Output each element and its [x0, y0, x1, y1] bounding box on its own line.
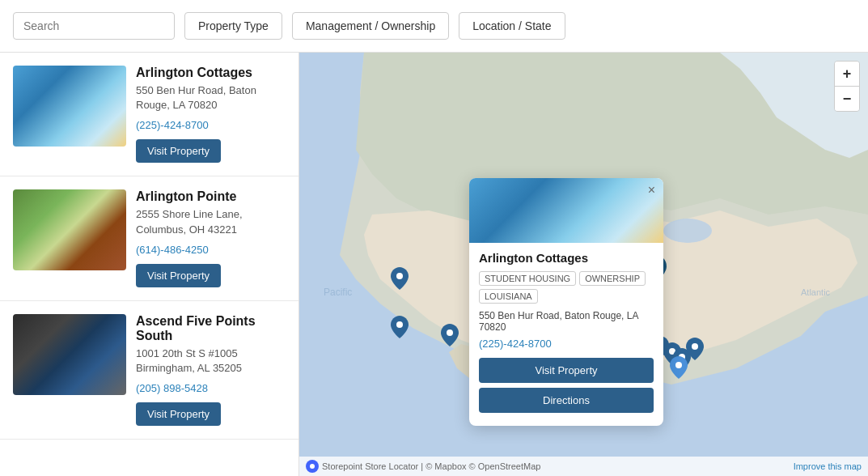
mapbox-logo: Storepoint Store Locator | © Mapbox © Op… — [306, 460, 540, 473]
popup-title: Arlington Cottages — [479, 251, 654, 265]
improve-map-link[interactable]: Improve this map — [794, 461, 862, 471]
property-thumbnail — [13, 66, 126, 147]
map-pin[interactable] — [391, 316, 409, 338]
popup-visit-property-button[interactable]: Visit Property — [479, 358, 654, 383]
property-type-filter[interactable]: Property Type — [184, 12, 282, 40]
popup-tags: STUDENT HOUSING OWNERSHIP LOUISIANA — [479, 271, 654, 304]
zoom-in-button[interactable]: + — [835, 62, 859, 86]
attribution-text: Storepoint Store Locator | © Mapbox © Op… — [322, 461, 540, 471]
visit-property-button[interactable]: Visit Property — [136, 139, 221, 163]
list-item: Ascend Five Points South 1001 20th St S … — [0, 301, 299, 440]
property-phone[interactable]: (614)-486-4250 — [136, 244, 286, 256]
tag-student-housing: STUDENT HOUSING — [479, 271, 576, 286]
property-details: Arlington Pointe 2555 Shore Line Lane, C… — [136, 189, 286, 287]
property-list: Arlington Cottages 550 Ben Hur Road, Bat… — [0, 53, 299, 476]
list-item: Arlington Cottages 550 Ben Hur Road, Bat… — [0, 53, 299, 176]
property-name: Ascend Five Points South — [136, 314, 286, 343]
mapbox-icon — [306, 460, 319, 473]
map-pin[interactable] — [686, 338, 704, 360]
property-name: Arlington Cottages — [136, 66, 286, 80]
management-ownership-filter[interactable]: Management / Ownership — [292, 12, 449, 40]
svg-point-9 — [396, 273, 403, 279]
tag-ownership: OWNERSHIP — [579, 271, 646, 286]
property-address: 2555 Shore Line Lane, Columbus, OH 43221 — [136, 207, 286, 236]
list-item: Arlington Pointe 2555 Shore Line Lane, C… — [0, 176, 299, 300]
map-popup: × Arlington Cottages STUDENT HOUSING OWN… — [469, 178, 663, 426]
map-attribution: Storepoint Store Locator | © Mapbox © Op… — [299, 457, 868, 476]
svg-point-21 — [675, 362, 682, 368]
tag-louisiana: LOUISIANA — [479, 289, 538, 304]
map-pin[interactable] — [391, 267, 409, 290]
popup-directions-button[interactable]: Directions — [479, 388, 654, 413]
search-input[interactable] — [13, 12, 175, 40]
popup-body: Arlington Cottages STUDENT HOUSING OWNER… — [469, 243, 663, 426]
popup-phone[interactable]: (225)-424-8700 — [479, 338, 654, 350]
location-state-filter[interactable]: Location / State — [459, 12, 565, 40]
property-thumbnail — [13, 189, 126, 270]
property-details: Ascend Five Points South 1001 20th St S … — [136, 314, 286, 426]
map-pin[interactable] — [670, 356, 688, 379]
zoom-out-button[interactable]: − — [835, 87, 859, 111]
map-zoom-controls: + − — [834, 61, 860, 112]
svg-point-10 — [396, 321, 403, 328]
svg-point-11 — [447, 329, 453, 336]
property-phone[interactable]: (205) 898-5428 — [136, 382, 286, 394]
visit-property-button[interactable]: Visit Property — [136, 402, 221, 426]
property-name: Arlington Pointe — [136, 189, 286, 204]
map-container[interactable]: Pacific Atlantic — [299, 53, 868, 476]
visit-property-button[interactable]: Visit Property — [136, 264, 221, 287]
svg-point-24 — [310, 464, 315, 469]
svg-point-20 — [692, 343, 698, 350]
property-phone[interactable]: (225)-424-8700 — [136, 119, 286, 131]
main-layout: Arlington Cottages 550 Ben Hur Road, Bat… — [0, 53, 868, 476]
property-details: Arlington Cottages 550 Ben Hur Road, Bat… — [136, 66, 286, 163]
property-address: 550 Ben Hur Road, Baton Rouge, LA 70820 — [136, 83, 286, 113]
popup-address: 550 Ben Hur Road, Baton Rouge, LA 70820 — [479, 310, 654, 333]
popup-close-button[interactable]: × — [648, 183, 655, 198]
property-thumbnail — [13, 314, 126, 395]
header: Property Type Management / Ownership Loc… — [0, 0, 868, 53]
map-pin[interactable] — [441, 324, 459, 346]
popup-image — [469, 178, 663, 243]
property-address: 1001 20th St S #1005 Birmingham, AL 3520… — [136, 346, 286, 376]
